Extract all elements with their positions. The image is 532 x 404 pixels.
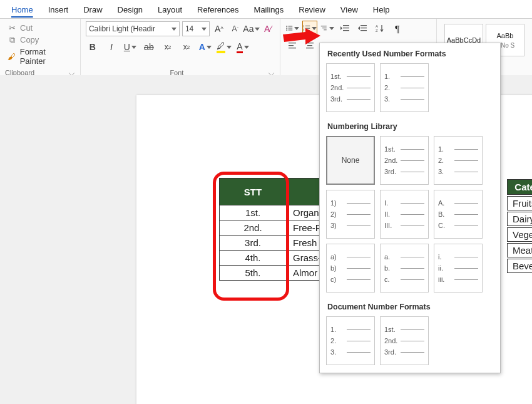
num-format-none[interactable]: None	[326, 136, 375, 185]
copy-button[interactable]: ⧉ Copy	[8, 34, 73, 45]
numbering-button[interactable]: 123	[303, 21, 317, 35]
category-table[interactable]: Cate Fruits Dairy Veget Meat Bever	[506, 178, 532, 274]
svg-text:A: A	[376, 24, 378, 28]
num-format-paren[interactable]: 1) 2) 3)	[326, 190, 375, 239]
increase-indent-button[interactable]	[356, 21, 369, 35]
group-font: Calibri Light (Headir 14 A^ Aˇ Aa A∕ B I…	[81, 19, 280, 79]
scissors-icon: ✂	[8, 24, 16, 33]
svg-rect-21	[361, 30, 367, 31]
font-size-value: 14	[185, 24, 193, 33]
num-format-ordinal[interactable]: 1st. 2nd. 3rd.	[380, 136, 429, 185]
chevron-down-icon	[329, 27, 334, 30]
strikethrough-button[interactable]: ab	[142, 40, 156, 54]
svg-rect-13	[322, 28, 327, 28]
col-header-stt[interactable]: STT	[220, 179, 287, 205]
svg-rect-19	[361, 25, 367, 26]
table-row[interactable]: Meat	[507, 243, 532, 257]
align-center-button[interactable]	[303, 39, 317, 53]
num-format-lower-alpha[interactable]: a. b. c.	[380, 244, 429, 293]
section-recently-used: Recently Used Number Formats	[320, 43, 500, 63]
clear-formatting-button[interactable]: A∕	[261, 22, 275, 36]
table-row[interactable]: Bever	[507, 259, 532, 273]
svg-rect-25	[289, 43, 296, 43]
table-row[interactable]: 2nd.Free-F	[220, 220, 332, 236]
show-marks-button[interactable]: ¶	[391, 21, 404, 35]
table-row[interactable]: 3rd.Fresh	[220, 236, 332, 251]
tab-help[interactable]: Help	[366, 3, 397, 18]
num-format-roman[interactable]: I. II. III.	[380, 190, 429, 239]
format-painter-button[interactable]: 🖌 Format Painter	[8, 46, 73, 66]
tab-references[interactable]: References	[190, 3, 246, 18]
table-row[interactable]: Dairy	[507, 212, 532, 226]
sort-button[interactable]: AZ	[373, 21, 387, 35]
menu-tabs: Home Insert Draw Design Layout Reference…	[0, 0, 532, 19]
svg-rect-14	[324, 29, 327, 30]
svg-rect-30	[306, 48, 314, 48]
font-size-combo[interactable]: 14	[182, 21, 210, 36]
table-row[interactable]: 1st.Organ	[220, 205, 332, 220]
multilevel-list-button[interactable]	[320, 21, 334, 35]
svg-text:3: 3	[303, 29, 304, 32]
svg-rect-1	[288, 26, 292, 26]
bullets-button[interactable]	[285, 21, 299, 35]
num-format-decimal[interactable]: 1. 2. 3.	[380, 63, 429, 112]
section-document-formats: Document Number Formats	[320, 296, 500, 316]
svg-rect-9	[305, 28, 310, 29]
cut-label: Cut	[20, 23, 33, 33]
underline-button[interactable]: U	[123, 40, 137, 54]
col-header-category[interactable]: Cate	[507, 179, 532, 195]
superscript-button[interactable]: x2	[180, 40, 193, 54]
cut-button[interactable]: ✂ Cut	[8, 23, 73, 33]
svg-rect-7	[305, 26, 310, 26]
tab-draw[interactable]: Draw	[76, 3, 110, 18]
svg-rect-16	[343, 28, 349, 28]
main-table[interactable]: STT 1st.Organ 2nd.Free-F 3rd.Fresh 4th.G…	[219, 178, 332, 281]
table-row[interactable]: Fruits	[507, 196, 532, 210]
num-format-ordinal[interactable]: 1st. 2nd. 3rd.	[326, 63, 375, 112]
svg-rect-28	[306, 43, 314, 43]
text-effects-button[interactable]: A	[198, 40, 212, 54]
svg-marker-22	[358, 26, 360, 30]
table-row[interactable]: Veget	[507, 227, 532, 242]
svg-rect-12	[321, 26, 327, 26]
subscript-button[interactable]: x2	[161, 40, 175, 54]
num-format-upper-alpha[interactable]: A. B. C.	[434, 190, 483, 239]
num-format-decimal[interactable]: 1. 2. 3.	[434, 136, 483, 185]
font-name-combo[interactable]: Calibri Light (Headir	[86, 21, 180, 36]
num-format-lower-paren[interactable]: a) b) c)	[326, 244, 375, 293]
align-left-button[interactable]	[285, 39, 299, 53]
tab-home[interactable]: Home	[4, 3, 41, 18]
highlight-button[interactable]: 🖊	[217, 40, 231, 54]
italic-button[interactable]: I	[105, 40, 118, 54]
svg-point-2	[286, 28, 287, 29]
tab-layout[interactable]: Layout	[150, 3, 190, 18]
decrease-font-button[interactable]: Aˇ	[228, 22, 242, 36]
bold-button[interactable]: B	[86, 40, 100, 54]
svg-text:Z: Z	[376, 29, 378, 33]
format-painter-label: Format Painter	[20, 47, 73, 66]
chevron-down-icon	[171, 28, 176, 31]
font-color-button[interactable]: A	[236, 40, 250, 54]
num-format-ordinal[interactable]: 1st. 2nd. 3rd.	[380, 316, 429, 365]
svg-marker-18	[340, 26, 342, 30]
increase-font-button[interactable]: A^	[212, 22, 226, 36]
table-row[interactable]: 4th.Grass-	[220, 251, 332, 266]
font-name-value: Calibri Light (Headir	[89, 24, 155, 33]
svg-rect-20	[361, 28, 367, 28]
tab-design[interactable]: Design	[110, 3, 150, 18]
decrease-indent-button[interactable]	[338, 21, 352, 35]
svg-rect-26	[289, 45, 294, 46]
chevron-down-icon	[312, 27, 317, 30]
svg-rect-5	[288, 29, 292, 30]
table-row[interactable]: 5th.Almor	[220, 266, 332, 281]
change-case-button[interactable]: Aa	[245, 22, 258, 36]
svg-point-4	[286, 29, 287, 31]
num-format-decimal[interactable]: 1. 2. 3.	[326, 316, 375, 365]
tab-insert[interactable]: Insert	[41, 3, 76, 18]
tab-review[interactable]: Review	[291, 3, 333, 18]
num-format-lower-roman[interactable]: i. ii. iii.	[434, 244, 483, 293]
svg-rect-3	[288, 28, 292, 28]
svg-rect-29	[307, 45, 312, 46]
tab-view[interactable]: View	[333, 3, 366, 18]
tab-mailings[interactable]: Mailings	[247, 3, 292, 18]
